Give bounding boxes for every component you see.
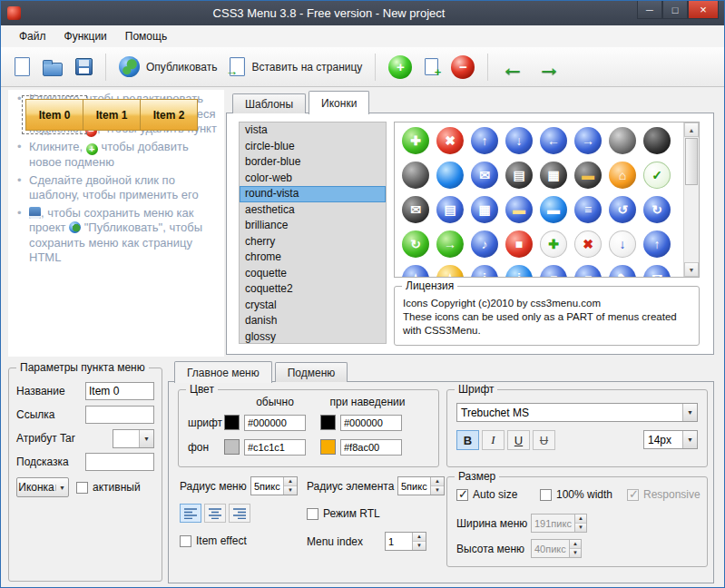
template-list-item[interactable]: round-vista: [240, 186, 386, 202]
template-list-item[interactable]: brilliance: [240, 218, 386, 234]
bg-hover-swatch[interactable]: [320, 439, 336, 455]
delete-item-button[interactable]: −: [445, 52, 481, 83]
add-submenu-button[interactable]: [418, 54, 445, 79]
icon-delete-circle[interactable]: ✖: [436, 127, 464, 154]
menu-radius-spinner[interactable]: 5пикс ▲▼: [250, 476, 298, 495]
icon-print-dark-circle[interactable]: ▤: [505, 162, 533, 189]
icon-sphere-dark[interactable]: [402, 162, 429, 189]
active-checkbox[interactable]: активный: [76, 481, 141, 494]
scrollbar-thumb[interactable]: [685, 138, 698, 185]
icon-sound-circle[interactable]: ♪: [471, 230, 498, 258]
link-input[interactable]: [85, 406, 154, 424]
menu-height-spinner[interactable]: 40пикс ▲▼: [531, 539, 582, 558]
responsive-checkbox[interactable]: Responsive: [627, 488, 701, 501]
new-project-button[interactable]: [8, 54, 36, 80]
template-list-item[interactable]: chrome: [240, 250, 386, 266]
tooltip-input[interactable]: [85, 453, 154, 471]
template-list-item[interactable]: coquette2: [240, 281, 386, 298]
icon-add-light[interactable]: ✚: [540, 230, 567, 258]
auto-size-checkbox[interactable]: Auto size: [456, 488, 517, 501]
align-left-button[interactable]: [180, 504, 201, 523]
close-button[interactable]: ×: [688, 1, 719, 19]
maximize-button[interactable]: □: [662, 1, 688, 19]
font-normal-color-input[interactable]: [244, 415, 306, 431]
rtl-checkbox[interactable]: Режим RTL: [307, 507, 380, 520]
move-item-left-button[interactable]: ←: [495, 52, 531, 83]
template-list-item[interactable]: aesthetica: [240, 202, 386, 219]
icon-sphere-black[interactable]: [643, 127, 671, 154]
icon-doc-circle2[interactable]: ≡: [540, 265, 567, 277]
scroll-down-icon[interactable]: ▼: [684, 262, 699, 277]
bg-normal-swatch[interactable]: [224, 439, 240, 455]
tab-main-menu[interactable]: Главное меню: [174, 361, 272, 383]
icon-print-blue-circle[interactable]: ▤: [436, 196, 464, 223]
font-hover-color-input[interactable]: [340, 415, 402, 431]
preview-item[interactable]: Item 1: [83, 99, 141, 131]
font-normal-swatch[interactable]: [224, 415, 240, 430]
italic-button[interactable]: I: [482, 430, 505, 450]
font-size-select[interactable]: 14px ▼: [643, 430, 698, 449]
icon-folder-blue-circle[interactable]: ▬: [505, 196, 533, 223]
item-effect-checkbox[interactable]: Item effect: [180, 534, 247, 547]
spinner-arrows-icon[interactable]: ▲▼: [412, 533, 426, 550]
icon-folder-open-circle[interactable]: ▬: [540, 196, 567, 223]
icon-star-blue-circle[interactable]: ★: [402, 265, 429, 277]
icon-up-blue-circle[interactable]: ↑: [643, 230, 671, 258]
move-item-right-button[interactable]: →: [531, 52, 567, 83]
icon-go-green-circle[interactable]: →: [436, 230, 464, 258]
icon-redo-circle[interactable]: ↻: [643, 196, 671, 223]
icon-doc-circle3[interactable]: ≡: [574, 265, 602, 277]
template-list-item[interactable]: border-blue: [240, 154, 386, 171]
menu-functions[interactable]: Функции: [55, 26, 116, 46]
icon-down-light[interactable]: ↓: [609, 230, 636, 258]
icon-info-circle2[interactable]: i: [505, 265, 533, 277]
font-hover-swatch[interactable]: [320, 415, 336, 430]
align-center-button[interactable]: [204, 504, 226, 523]
open-project-button[interactable]: [36, 54, 69, 80]
icon-stop-circle[interactable]: ■: [505, 230, 533, 258]
icon-sphere-blue[interactable]: [436, 162, 464, 189]
align-right-button[interactable]: [229, 504, 250, 523]
font-family-select[interactable]: Trebuchet MS ▼: [456, 403, 698, 422]
preview-item[interactable]: Item 0: [25, 99, 83, 131]
spinner-arrows-icon[interactable]: ▲▼: [430, 477, 444, 495]
publish-button[interactable]: Опубликовать: [113, 53, 223, 81]
minimize-button[interactable]: ─: [637, 1, 662, 19]
icon-document-circle[interactable]: ≡: [574, 196, 602, 223]
add-item-button[interactable]: +: [382, 52, 418, 83]
icon-folder-dark-circle[interactable]: ▬: [574, 162, 602, 189]
insert-to-page-button[interactable]: Вставить на страницу: [223, 54, 368, 80]
icon-arrow-up-circle[interactable]: ↑: [471, 127, 498, 154]
preview-item[interactable]: Item 2: [140, 99, 198, 131]
icon-sphere-gray[interactable]: [609, 127, 636, 154]
item-icon-button[interactable]: Иконка ▼: [16, 477, 69, 497]
template-list-item[interactable]: danish: [240, 313, 386, 329]
icon-check-circle[interactable]: ✓: [643, 162, 671, 189]
template-list-item[interactable]: circle-blue: [240, 139, 386, 155]
menu-index-spinner[interactable]: 1 ▲▼: [385, 532, 426, 551]
name-input[interactable]: [85, 382, 154, 400]
template-list-item[interactable]: cherry: [240, 234, 386, 250]
bg-hover-color-input[interactable]: [340, 439, 402, 456]
icon-arrow-left-circle[interactable]: ←: [540, 127, 567, 154]
icon-undo-circle[interactable]: ↺: [609, 196, 636, 223]
tab-templates[interactable]: Шаблоны: [232, 93, 306, 113]
icon-mail-circle2[interactable]: ✉: [643, 265, 671, 277]
icon-info-circle[interactable]: i: [471, 265, 498, 277]
icon-save-blue-circle[interactable]: ▦: [471, 196, 498, 223]
icon-add-circle[interactable]: ✚: [402, 127, 429, 154]
icon-arrow-right-circle[interactable]: →: [574, 127, 602, 154]
bg-normal-color-input[interactable]: [244, 439, 306, 456]
template-list-item[interactable]: coquette: [240, 266, 386, 282]
tab-submenu[interactable]: Подменю: [275, 362, 348, 382]
menu-width-spinner[interactable]: 191пикс ▲▼: [531, 514, 587, 533]
menu-file[interactable]: Файл: [10, 26, 55, 46]
element-radius-spinner[interactable]: 5пикс ▲▼: [397, 476, 445, 495]
template-list-item[interactable]: color-web: [240, 171, 386, 187]
icon-pencil-circle[interactable]: ✎: [609, 265, 636, 277]
template-list-item[interactable]: vista: [240, 122, 386, 139]
icon-mail-blue-circle[interactable]: ✉: [471, 162, 498, 189]
underline-button[interactable]: U: [507, 430, 530, 450]
icon-refresh-green-circle[interactable]: ↻: [402, 230, 429, 258]
template-list-item[interactable]: glossy: [240, 329, 386, 345]
